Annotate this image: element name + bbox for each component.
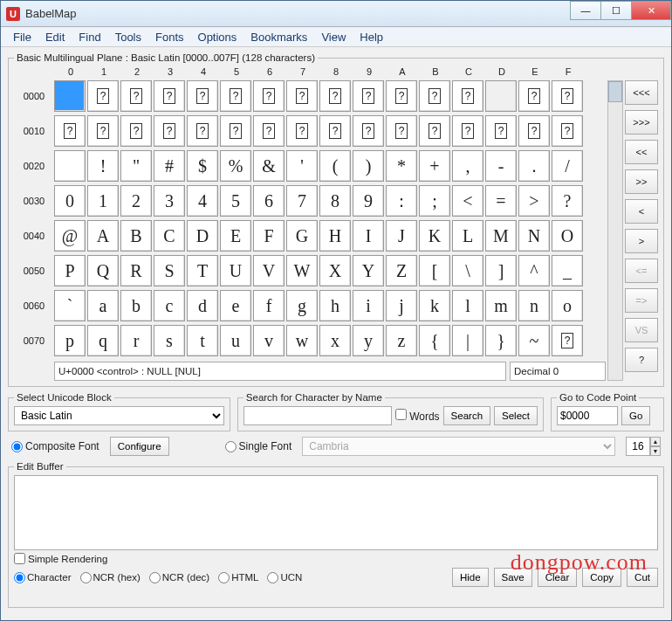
char-cell[interactable]: B — [120, 220, 152, 252]
char-cell[interactable]: x — [319, 325, 351, 356]
char-cell[interactable]: ? — [187, 80, 218, 112]
char-cell[interactable]: ? — [120, 115, 152, 147]
char-cell[interactable]: @ — [54, 220, 86, 252]
char-cell[interactable]: & — [253, 150, 285, 182]
nav-button[interactable]: << — [625, 140, 658, 164]
goto-input[interactable] — [557, 406, 618, 425]
menu-tools[interactable]: Tools — [108, 29, 148, 45]
spin-down-icon[interactable]: ▼ — [650, 446, 661, 456]
clear-button[interactable]: Clear — [538, 568, 577, 587]
char-cell[interactable]: 5 — [220, 185, 251, 217]
char-cell[interactable]: Z — [386, 255, 417, 286]
char-cell[interactable]: ? — [220, 80, 251, 112]
char-cell[interactable]: ? — [286, 115, 318, 147]
char-cell[interactable]: r — [120, 325, 152, 356]
char-cell[interactable]: u — [220, 325, 251, 356]
font-size-input[interactable] — [626, 437, 650, 456]
words-checkbox-label[interactable]: Words — [395, 409, 440, 423]
char-cell[interactable]: q — [87, 325, 119, 356]
menu-fonts[interactable]: Fonts — [148, 29, 191, 45]
char-cell[interactable]: z — [386, 325, 417, 356]
char-cell[interactable]: [ — [419, 255, 450, 286]
words-checkbox[interactable] — [395, 409, 407, 420]
block-select[interactable]: Basic Latin — [14, 406, 224, 425]
char-cell[interactable]: D — [187, 220, 218, 252]
char-cell[interactable]: w — [286, 325, 318, 356]
hide-button[interactable]: Hide — [452, 568, 489, 587]
char-cell[interactable]: e — [220, 290, 251, 321]
char-cell[interactable]: ? — [120, 80, 152, 112]
minimize-button[interactable]: — — [570, 1, 601, 20]
char-cell[interactable]: | — [452, 325, 483, 356]
char-cell[interactable]: . — [518, 150, 550, 182]
nav-button[interactable]: >> — [625, 169, 658, 194]
char-cell[interactable]: ? — [485, 115, 517, 147]
char-cell[interactable]: K — [419, 220, 450, 252]
char-cell[interactable]: 0 — [54, 185, 86, 217]
char-cell[interactable]: p — [54, 325, 86, 356]
char-cell[interactable]: d — [187, 290, 218, 321]
char-cell[interactable]: v — [253, 325, 285, 356]
menu-help[interactable]: Help — [353, 29, 390, 45]
char-cell[interactable]: y — [353, 325, 384, 356]
char-cell[interactable]: ? — [154, 80, 185, 112]
char-cell[interactable]: G — [286, 220, 318, 252]
char-cell[interactable]: ? — [518, 80, 550, 112]
spin-up-icon[interactable]: ▲ — [650, 437, 661, 446]
char-cell[interactable]: ? — [452, 115, 483, 147]
single-font-radio-label[interactable]: Single Font — [225, 440, 292, 452]
char-cell[interactable]: ' — [286, 150, 318, 182]
char-cell[interactable]: 9 — [353, 185, 384, 217]
char-cell[interactable]: H — [319, 220, 351, 252]
char-cell[interactable]: 2 — [120, 185, 152, 217]
menu-options[interactable]: Options — [191, 29, 244, 45]
nav-button[interactable]: >>> — [625, 110, 658, 135]
save-button[interactable]: Save — [494, 568, 532, 587]
char-cell[interactable]: ? — [419, 115, 450, 147]
char-cell[interactable]: " — [120, 150, 152, 182]
char-cell[interactable]: m — [485, 290, 517, 321]
char-cell[interactable]: I — [353, 220, 384, 252]
char-cell[interactable]: Y — [353, 255, 384, 286]
char-cell[interactable]: L — [452, 220, 483, 252]
char-cell[interactable]: } — [485, 325, 517, 356]
char-cell[interactable]: { — [419, 325, 450, 356]
mode-ncr-dec-[interactable]: NCR (dec) — [149, 572, 209, 583]
nav-button[interactable]: ? — [625, 348, 658, 372]
menu-bookmarks[interactable]: Bookmarks — [243, 29, 314, 45]
char-cell[interactable]: C — [154, 220, 185, 252]
char-cell[interactable]: ? — [253, 80, 285, 112]
configure-button[interactable]: Configure — [110, 437, 169, 456]
mode-ucn[interactable]: UCN — [267, 572, 302, 583]
mode-character[interactable]: Character — [14, 572, 72, 583]
char-cell[interactable]: / — [552, 150, 583, 182]
composite-font-radio-label[interactable]: Composite Font — [11, 440, 99, 452]
char-cell[interactable]: f — [253, 290, 285, 321]
char-cell[interactable] — [54, 150, 86, 182]
char-cell[interactable]: k — [419, 290, 450, 321]
char-cell[interactable]: ! — [87, 150, 119, 182]
menu-view[interactable]: View — [314, 29, 353, 45]
char-cell[interactable]: n — [518, 290, 550, 321]
char-cell[interactable]: ? — [87, 80, 119, 112]
char-cell[interactable]: ? — [419, 80, 450, 112]
cut-button[interactable]: Cut — [627, 568, 658, 587]
char-cell[interactable]: ~ — [518, 325, 550, 356]
char-cell[interactable]: - — [485, 150, 517, 182]
char-cell[interactable]: J — [386, 220, 417, 252]
search-button[interactable]: Search — [443, 406, 490, 425]
menu-file[interactable]: File — [6, 29, 38, 45]
char-cell[interactable]: W — [286, 255, 318, 286]
go-button[interactable]: Go — [621, 406, 650, 425]
char-cell[interactable]: ? — [220, 115, 251, 147]
char-cell[interactable]: ? — [353, 80, 384, 112]
simple-rendering-label[interactable]: Simple Rendering — [14, 553, 658, 564]
char-cell[interactable]: = — [485, 185, 517, 217]
char-cell[interactable]: c — [154, 290, 185, 321]
char-cell[interactable]: N — [518, 220, 550, 252]
char-cell[interactable]: ; — [419, 185, 450, 217]
edit-buffer-textarea[interactable] — [14, 475, 658, 550]
char-cell[interactable]: _ — [552, 255, 583, 286]
nav-button[interactable]: <<< — [625, 80, 658, 105]
nav-button[interactable]: < — [625, 199, 658, 224]
